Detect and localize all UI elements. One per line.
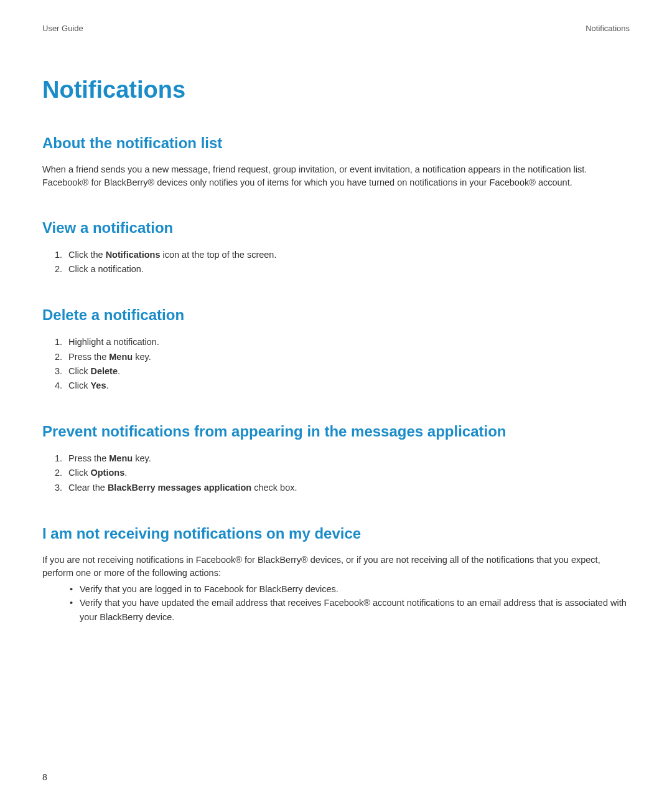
list-item: Click Delete. bbox=[61, 364, 630, 379]
step-text: . bbox=[118, 366, 120, 376]
section-notreceiving: I am not receiving notifications on my d… bbox=[42, 525, 630, 624]
step-bold: Options bbox=[90, 468, 124, 478]
step-text: Clear the bbox=[68, 483, 108, 493]
list-item: Verify that you are logged in to Faceboo… bbox=[80, 582, 630, 596]
list-item: Highlight a notification. bbox=[61, 335, 630, 349]
list-item: Press the Menu key. bbox=[61, 451, 630, 466]
list-item: Clear the BlackBerry messages applicatio… bbox=[61, 481, 630, 495]
step-text: Press the bbox=[68, 352, 109, 362]
delete-steps: Highlight a notification. Press the Menu… bbox=[42, 335, 630, 393]
step-text: . bbox=[106, 380, 108, 390]
step-text: . bbox=[124, 468, 127, 478]
step-text: Click bbox=[68, 380, 90, 390]
list-item: Verify that you have updated the email a… bbox=[80, 596, 630, 624]
list-item: Click a notification. bbox=[61, 262, 630, 276]
notreceiving-paragraph: If you are not receiving notifications i… bbox=[42, 554, 630, 580]
list-item: Click Yes. bbox=[61, 379, 630, 393]
step-text: Click the bbox=[68, 250, 106, 260]
header-right: Notifications bbox=[586, 24, 630, 33]
page-header: User Guide Notifications bbox=[42, 24, 630, 33]
heading-notreceiving: I am not receiving notifications on my d… bbox=[42, 525, 630, 542]
step-bold: Yes bbox=[90, 380, 106, 390]
page-title: Notifications bbox=[42, 77, 630, 103]
step-bold: Notifications bbox=[106, 250, 161, 260]
notreceiving-bullets: Verify that you are logged in to Faceboo… bbox=[42, 582, 630, 624]
step-text: key. bbox=[133, 453, 151, 463]
about-paragraph: When a friend sends you a new message, f… bbox=[42, 163, 630, 189]
step-text: Click bbox=[68, 366, 90, 376]
step-text: check box. bbox=[251, 483, 297, 493]
step-bold: Menu bbox=[109, 453, 133, 463]
list-item: Click the Notifications icon at the top … bbox=[61, 248, 630, 262]
list-item: Click Options. bbox=[61, 466, 630, 480]
heading-prevent: Prevent notifications from appearing in … bbox=[42, 423, 630, 440]
heading-view: View a notification bbox=[42, 219, 630, 237]
heading-about: About the notification list bbox=[42, 134, 630, 152]
heading-delete: Delete a notification bbox=[42, 306, 630, 324]
section-about: About the notification list When a frien… bbox=[42, 134, 630, 189]
section-prevent: Prevent notifications from appearing in … bbox=[42, 423, 630, 495]
header-left: User Guide bbox=[42, 24, 83, 33]
step-text: icon at the top of the screen. bbox=[160, 250, 276, 260]
page-number: 8 bbox=[42, 772, 47, 782]
step-text: Click bbox=[68, 468, 90, 478]
section-delete: Delete a notification Highlight a notifi… bbox=[42, 306, 630, 393]
step-text: key. bbox=[133, 352, 151, 362]
step-bold: BlackBerry messages application bbox=[108, 483, 251, 493]
step-bold: Delete bbox=[90, 366, 118, 376]
step-bold: Menu bbox=[109, 352, 133, 362]
view-steps: Click the Notifications icon at the top … bbox=[42, 248, 630, 276]
prevent-steps: Press the Menu key. Click Options. Clear… bbox=[42, 451, 630, 495]
section-view: View a notification Click the Notificati… bbox=[42, 219, 630, 276]
step-text: Press the bbox=[68, 453, 109, 463]
list-item: Press the Menu key. bbox=[61, 350, 630, 364]
